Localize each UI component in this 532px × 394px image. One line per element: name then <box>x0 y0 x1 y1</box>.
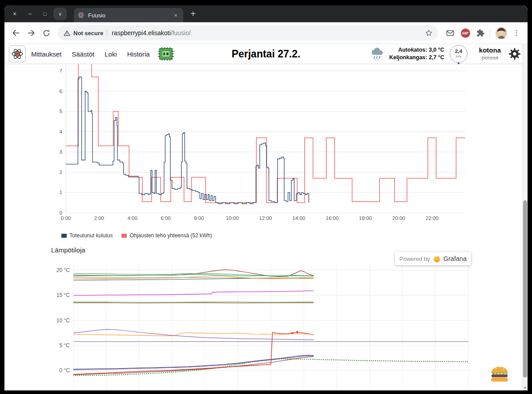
x-axis-tick-label: 16:00 <box>326 215 339 221</box>
x-axis-tick-label: 12:00 <box>259 215 272 221</box>
series-brown <box>73 303 314 303</box>
x-axis-tick-label: 18:00 <box>359 215 372 221</box>
browser-window: × − □ ∨ Fuusio × + <box>4 5 528 390</box>
legend-swatch <box>121 234 127 238</box>
x-axis-tick-label: 10:00 <box>226 215 239 221</box>
security-label: Not secure <box>73 30 103 37</box>
forward-button[interactable] <box>24 26 38 40</box>
presence-away-label[interactable]: poissa <box>479 54 501 61</box>
header-right-group: Autokatos: 3,0 °C Keljonkangas: 2,7 °C 2… <box>370 45 521 63</box>
weather-icon <box>370 47 385 61</box>
scrollbar-down-arrow-icon[interactable]: ▾ <box>523 386 528 390</box>
cpu-status-icon[interactable] <box>158 47 174 61</box>
adblock-extension-icon[interactable]: ABP <box>459 26 472 40</box>
power-chart: 012345670:002:004:006:008:0010:0012:0014… <box>4 64 528 230</box>
new-tab-button[interactable]: + <box>187 8 199 20</box>
wind-speed-unit: m/s <box>455 54 461 59</box>
x-axis-tick-label: 22:00 <box>426 215 439 221</box>
legend-item[interactable]: Ohjausten teho yhteensä (52 kWh) <box>121 232 212 239</box>
browser-menu-kebab-icon[interactable] <box>510 26 523 40</box>
series-magenta <box>73 291 314 295</box>
window-titlebar: × − □ ∨ Fuusio × + <box>4 5 528 22</box>
tab-favicon-icon <box>77 12 85 19</box>
app-header: Mittaukset Säästöt Loki Historia Perjant… <box>4 44 528 64</box>
wind-gauge: 2,4 m/s <box>450 45 468 63</box>
x-axis-tick-label: 2:00 <box>94 215 104 221</box>
y-axis-tick-label: 0 <box>60 210 62 215</box>
tab-search-button[interactable]: ∨ <box>53 8 67 20</box>
page-scrollbar[interactable]: ▾ <box>522 44 528 390</box>
y-axis-tick-label: 4 <box>60 129 63 134</box>
legend-item[interactable]: Toteutunut kulutus <box>61 232 113 239</box>
legend-label: Toteutunut kulutus <box>69 232 113 239</box>
x-axis-tick-label: 6:00 <box>161 215 170 221</box>
url-path: /fuusio/ <box>171 29 191 37</box>
nav-item-mittaukset[interactable]: Mittaukset <box>31 50 61 58</box>
window-close-button[interactable]: × <box>8 8 21 20</box>
page-title: Perjantai 27.2. <box>232 48 301 60</box>
address-divider <box>107 29 107 37</box>
y-axis-tick-label: 1 <box>60 190 62 195</box>
temperatures-title: Lämpötiloja <box>51 246 85 254</box>
x-axis-tick-label: 4:00 <box>127 215 137 221</box>
x-axis-tick-label: 0:00 <box>61 215 71 221</box>
extensions-puzzle-icon[interactable] <box>474 26 487 40</box>
bookmark-star-icon[interactable] <box>422 26 435 40</box>
main-nav: Mittaukset Säästöt Loki Historia <box>31 50 150 58</box>
series-Ohjausten teho yhteensä (52 kWh) <box>66 64 465 203</box>
temperature-line-2: Keljonkangas: 2,7 °C <box>389 54 444 61</box>
grafana-badge-brand: Grafana <box>443 255 467 262</box>
legend-swatch <box>61 234 67 238</box>
mail-extension-icon[interactable] <box>443 26 457 40</box>
browser-toolbar: Not secure raspberrypi4.elisakoti/fuusio… <box>4 22 528 44</box>
address-bar[interactable]: Not secure raspberrypi4.elisakoti/fuusio… <box>58 25 438 41</box>
page-content: 012345670:002:004:006:008:0010:0012:0014… <box>4 64 528 390</box>
window-maximize-button[interactable]: □ <box>38 8 52 20</box>
x-axis-tick-label: 8:00 <box>194 215 204 221</box>
legend-label: Ohjausten teho yhteensä (52 kWh) <box>129 232 212 239</box>
series-olive-2 <box>73 302 314 302</box>
x-axis-tick-label: 14:00 <box>292 215 305 221</box>
app-logo[interactable] <box>9 45 26 62</box>
wind-speed-value: 2,4 <box>455 49 462 54</box>
y-axis-tick-label: 3 <box>60 149 62 154</box>
settings-gear-icon[interactable] <box>508 47 521 61</box>
y-axis-tick-label: 0 °C <box>60 367 70 374</box>
hamburger-menu-button[interactable] <box>489 363 510 383</box>
y-axis-tick-label: 10 °C <box>56 317 70 324</box>
series-purple-low <box>73 356 314 370</box>
y-axis-tick-label: 2 <box>60 170 62 175</box>
adblock-badge: ABP <box>461 28 470 38</box>
toolbar-divider <box>490 28 490 37</box>
series-Toteutunut kulutus <box>66 77 309 204</box>
y-axis-tick-label: 5 °C <box>60 342 70 349</box>
power-chart-legend: Toteutunut kulutusOhjausten teho yhteens… <box>4 230 528 241</box>
y-axis-tick-label: 15 °C <box>56 292 70 298</box>
grafana-badge[interactable]: Powered by Grafana <box>395 252 471 265</box>
window-minimize-button[interactable]: − <box>23 8 36 20</box>
profile-avatar[interactable] <box>495 26 508 40</box>
y-axis-tick-label: 20 °C <box>56 267 70 273</box>
y-axis-tick-label: 5 <box>60 109 62 114</box>
reload-button[interactable] <box>39 26 53 40</box>
url-text[interactable]: raspberrypi4.elisakoti/fuusio/ <box>112 29 420 37</box>
url-host: raspberrypi4.elisakoti <box>112 29 170 37</box>
series-marker <box>296 331 298 333</box>
not-secure-warning-icon <box>63 29 71 37</box>
nav-item-historia[interactable]: Historia <box>127 50 150 58</box>
grafana-logo-icon <box>433 255 441 263</box>
tab-title: Fuusio <box>88 12 172 19</box>
presence-toggle[interactable]: kotona poissa <box>479 46 501 61</box>
scrollbar-thumb[interactable] <box>523 200 527 378</box>
grafana-badge-prefix: Powered by <box>399 256 430 262</box>
tab-close-icon[interactable]: × <box>172 11 180 19</box>
temperature-line-1: Autokatos: 3,0 °C <box>389 46 444 54</box>
nav-item-loki[interactable]: Loki <box>105 50 117 58</box>
x-axis-tick-label: 20:00 <box>392 215 405 221</box>
series-red <box>73 332 314 374</box>
nav-item-saastot[interactable]: Säästöt <box>72 50 94 58</box>
presence-home-label[interactable]: kotona <box>479 46 501 54</box>
back-button[interactable] <box>9 26 23 40</box>
browser-tab[interactable]: Fuusio × <box>74 8 183 22</box>
temperature-chart: 0 °C5 °C10 °C15 °C20 °C <box>4 256 528 390</box>
